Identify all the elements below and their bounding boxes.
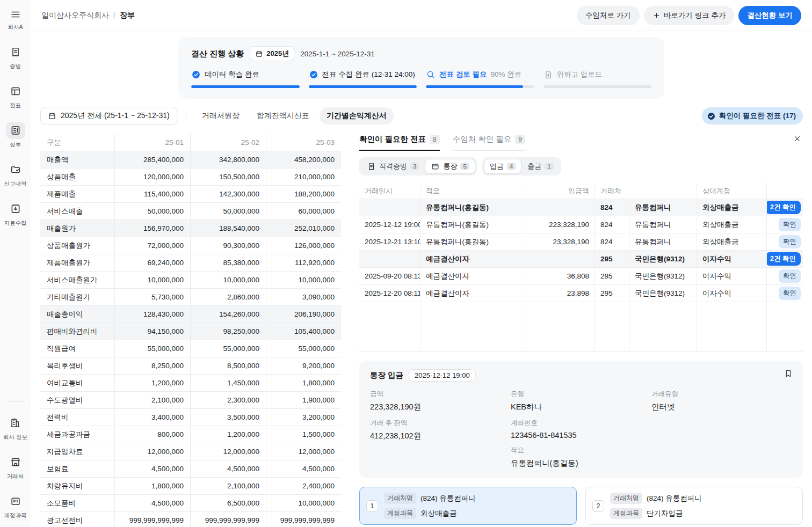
voucher-row[interactable]: 2025-12-20 08:11 예금결산이자 23,898 295 국민은행(… xyxy=(359,285,803,302)
voucher-row[interactable]: 2025-12-12 19:00 유통컴퍼니(홍길동) 223,328,190 … xyxy=(359,216,803,233)
detail-field: 금액 223,328,190원 xyxy=(370,390,511,412)
bookmark-icon[interactable] xyxy=(784,369,793,378)
voucher-datetime xyxy=(359,199,421,216)
ledger-cell: 4,500,000 xyxy=(266,460,341,477)
option-field-value: 외상매출금 xyxy=(421,509,457,518)
detail-field-value: 123456-81-841535 xyxy=(511,431,651,440)
voucher-row[interactable]: 2025-09-20 08:13 예금결산이자 36,808 295 국민은행(… xyxy=(359,268,803,285)
voucher-row[interactable]: 유통컴퍼니(홍길동) 824 유통컴퍼니 외상매출금 2건 확인 xyxy=(359,199,803,216)
filter-chip[interactable]: 입금 4 xyxy=(484,159,521,174)
ledger-row-label: 소모품비 xyxy=(40,495,114,511)
sidebar-item-jeungbing[interactable]: 증빙 xyxy=(6,43,25,70)
progress-step-bar xyxy=(426,85,534,88)
ledger-row-label: 세금과공과금 xyxy=(40,426,114,443)
sidebar-item-label: 계정과목 xyxy=(4,512,27,519)
search-icon xyxy=(426,70,436,79)
voucher-table-filler xyxy=(359,302,803,352)
confirm-button[interactable]: 2건 확인 xyxy=(767,252,801,266)
suggestion-option-1[interactable]: 1 거래처명 (824) 유통컴퍼니 계정과목 외상매출금 xyxy=(359,487,577,525)
vouchers-need-check-badge[interactable]: 확인이 필요한 전표 (17) xyxy=(702,107,803,125)
ledger-cell: 206,190,000 xyxy=(266,306,341,323)
col-vendor: 거래처 xyxy=(595,183,697,199)
confirm-button[interactable]: 확인 xyxy=(779,235,801,248)
close-icon[interactable] xyxy=(793,134,802,143)
passbook-icon xyxy=(431,162,440,171)
ledger-row: 제품매출원가 69,240,000 85,380,000 112,920,000 xyxy=(40,254,341,272)
confirm-button[interactable]: 확인 xyxy=(779,218,801,231)
sidebar-item-jaryo-sujip[interactable]: 자료수집 xyxy=(4,200,27,227)
sidebar-item-accounts[interactable]: 계정과목 xyxy=(4,493,27,519)
col-action xyxy=(767,183,803,199)
ledger-row: 복리후생비 8,250,000 8,500,000 9,200,000 xyxy=(40,357,341,375)
filter-chip[interactable]: 출금 1 xyxy=(521,159,559,174)
sidebar-item-jeonpyo[interactable]: 전표 xyxy=(6,83,25,109)
detail-field: 계좌번호 123456-81-841535 xyxy=(511,419,651,440)
add-shortcut-button[interactable]: 바로가기 링크 추가 xyxy=(644,6,735,25)
voucher-account: 이자수익 xyxy=(697,251,767,267)
confirm-button[interactable]: 확인 xyxy=(779,269,801,283)
detail-field-label: 거래유형 xyxy=(651,390,792,399)
detail-column: 금액 223,328,190원 거래 후 잔액 412,238,102원 xyxy=(370,390,511,469)
ledger-cell: 142,300,000 xyxy=(190,186,266,202)
sidebar-item-company-info[interactable]: 회사 정보 xyxy=(3,414,27,441)
sidebar-item-label: 증빙 xyxy=(10,63,21,70)
ledger-view-tab[interactable]: 합계잔액시산표 xyxy=(250,107,316,125)
ledger-row-label: 직원급여 xyxy=(40,340,114,357)
ledger-view-tab[interactable]: 거래처원장 xyxy=(195,107,247,125)
sidebar-item-partners[interactable]: 거래처 xyxy=(6,453,25,480)
confirm-button[interactable]: 확인 xyxy=(779,287,801,300)
ledger-cell: 6,500,000 xyxy=(190,495,266,511)
ledger-row: 세금과공과금 800,000 1,200,000 1,500,000 xyxy=(40,426,341,443)
view-closing-status-button[interactable]: 결산현황 보기 xyxy=(738,6,801,25)
ledger-cell: 9,200,000 xyxy=(266,357,341,374)
progress-step[interactable]: 전표 검토 필요 90% 완료 xyxy=(426,70,534,88)
ledger-cell: 85,380,000 xyxy=(190,254,266,271)
ledger-cell: 2,100,000 xyxy=(190,478,266,494)
ledger-row-label: 매출원가 xyxy=(40,220,114,237)
detail-field-value: 유통컴퍼니(홍길동) xyxy=(511,458,651,469)
panel-tab[interactable]: 확인이 필요한 전표 8 xyxy=(359,134,440,151)
option-field-label: 계정과목 xyxy=(384,508,416,519)
ledger-row: 수도광열비 2,100,000 2,300,000 1,900,000 xyxy=(40,392,341,409)
ledger-cell: 94,150,000 xyxy=(114,323,190,340)
go-client-button[interactable]: 수임처로 가기 xyxy=(577,6,640,25)
ledger-cell: 126,000,000 xyxy=(266,237,341,254)
detail-type-label: 통장 입금 xyxy=(370,370,403,380)
ledger-row: 광고선전비 999,999,999,999 999,999,999,999 99… xyxy=(40,512,341,527)
year-selector-chip[interactable]: 2025년 xyxy=(250,46,294,61)
ledger-cell: 10,000,000 xyxy=(190,272,266,288)
filter-chip[interactable]: 적격증빙 3 xyxy=(361,159,425,174)
filter-chip-group: 입금 4 출금 1 xyxy=(482,157,561,175)
ledger-row-label: 상품매출원가 xyxy=(40,237,114,254)
voucher-account: 외상매출금 xyxy=(697,216,767,233)
panel-tab[interactable]: 수임처 확인 필요 9 xyxy=(453,134,525,151)
confirm-button[interactable]: 2건 확인 xyxy=(767,201,801,214)
suggestion-option-2[interactable]: 2 거래처명 (824) 유통컴퍼니 계정과목 단기차입금 xyxy=(585,487,803,525)
ledger-cell: 2,100,000 xyxy=(114,392,190,408)
date-range-chip[interactable]: 2025년 전체 (25-1-1 ~ 25-12-31) xyxy=(40,107,177,125)
voucher-row[interactable]: 2025-12-21 13:10 유통컴퍼니(홍길동) 23,328,190 8… xyxy=(359,233,803,251)
option-field-value: (824) 유통컴퍼니 xyxy=(647,494,702,503)
ledger-view-tab[interactable]: 기간별손익계산서 xyxy=(320,107,394,125)
breadcrumb-company[interactable]: 일이삼사오주식회사 xyxy=(41,11,109,20)
sidebar-item-singo-naeyeok[interactable]: 신고내역 xyxy=(4,161,27,188)
filter-chip[interactable]: 통장 5 xyxy=(425,159,475,174)
chip-label: 출금 xyxy=(527,162,541,171)
col-datetime: 거래일시 xyxy=(359,183,421,199)
detail-field-value: KEB하나 xyxy=(511,402,651,412)
hamburger-menu-icon[interactable] xyxy=(10,9,21,20)
detail-field-label: 거래 후 잔액 xyxy=(370,419,511,428)
ledger-cell: 12,000,000 xyxy=(266,443,341,460)
ledger-cell: 4,500,000 xyxy=(114,460,190,477)
ledger-cell: 999,999,999,999 xyxy=(190,512,266,527)
ledger-row: 전력비 3,400,000 3,500,000 3,200,000 xyxy=(40,409,341,426)
detail-field-value: 412,238,102원 xyxy=(370,431,511,441)
panel-tabs: 확인이 필요한 전표 8 수임처 확인 필요 9 xyxy=(359,134,803,151)
calendar-icon xyxy=(48,112,56,120)
sidebar-item-jangbu[interactable]: 장부 xyxy=(6,122,25,149)
check-circle-icon xyxy=(707,112,716,121)
progress-step: 위하고 업로드 xyxy=(543,70,652,88)
sidebar-bottom-nav: 회사 정보 거래처 계정과목 xyxy=(0,402,31,519)
voucher-row[interactable]: 예금결산이자 295 국민은행(9312) 이자수익 2건 확인 xyxy=(359,251,803,268)
store-icon xyxy=(6,453,25,471)
